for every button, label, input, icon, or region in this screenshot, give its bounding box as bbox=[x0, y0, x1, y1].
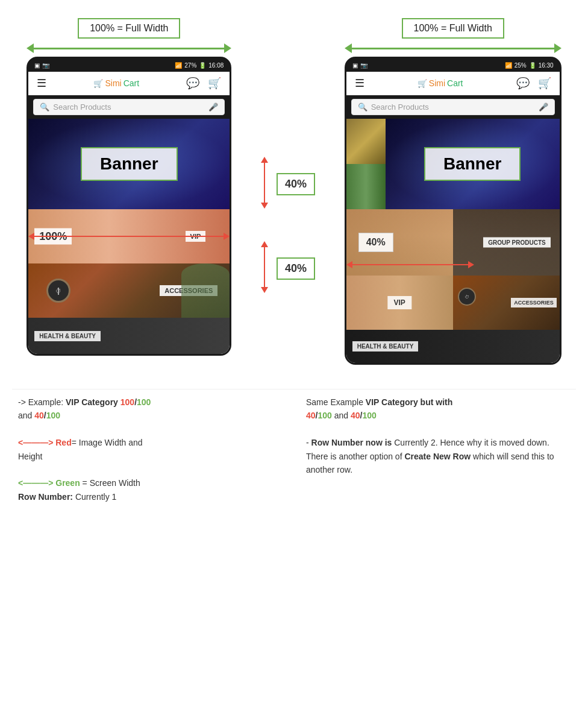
left-full-width-label: 100% = Full Width bbox=[78, 18, 180, 39]
bottom-right-create-new-row: Create New Row bbox=[404, 452, 471, 461]
bottom-left-row-number-line: Row Number: Currently 1 bbox=[18, 490, 282, 503]
left-cart-text: Cart bbox=[124, 78, 139, 88]
right-40pct-label-top: 40% bbox=[358, 233, 393, 252]
left-simicart-logo: 🛒 SimiCart bbox=[93, 78, 139, 88]
left-phone-wrapper: 100% = Full Width ▣ 📷 📶 27% bbox=[27, 18, 231, 356]
left-banner-text: Banner bbox=[100, 154, 158, 173]
bottom-right-prefix: Same Example bbox=[306, 397, 366, 407]
bottom-right-line1: Same Example VIP Category but with bbox=[306, 396, 570, 409]
right-watch-face: ⏱ bbox=[464, 294, 469, 300]
right-vip-label: VIP bbox=[388, 296, 411, 309]
right-thumb1-lamborghini bbox=[346, 119, 386, 164]
bottom-left-green-equals: = Screen Width bbox=[80, 478, 140, 488]
left-red-h-arrow bbox=[28, 233, 230, 240]
right-health-label: HEALTH & BEAUTY bbox=[352, 341, 419, 352]
right-battery-text: 25% bbox=[514, 62, 527, 69]
left-health-row: HEALTH & BEAUTY bbox=[28, 318, 230, 354]
right-green-arrow bbox=[345, 43, 561, 53]
right-search-bar[interactable]: 🔍 Search Products 🎤 bbox=[351, 99, 555, 115]
arrow-40pct-bottom-group: 40% bbox=[261, 241, 315, 295]
right-status-icon1: ▣ bbox=[352, 62, 358, 69]
left-cart-icon[interactable]: 🛒 bbox=[208, 77, 221, 90]
right-cart-logo-icon: 🛒 bbox=[418, 79, 427, 88]
left-cart-logo-icon: 🛒 bbox=[93, 79, 103, 88]
right-banner-text: Banner bbox=[443, 154, 501, 173]
bottom-left-40-red: 40 bbox=[34, 411, 44, 420]
bottom-arrow-head-top bbox=[261, 241, 268, 247]
left-phone-content: Banner 100% VIP bbox=[28, 119, 230, 354]
bottom-left-height-text: Height bbox=[18, 452, 42, 461]
right-green-arrow-head-right bbox=[554, 43, 561, 53]
left-search-icon: 🔍 bbox=[40, 102, 49, 112]
right-hamburger-icon[interactable]: ☰ bbox=[355, 77, 364, 90]
left-time: 16:08 bbox=[208, 62, 224, 69]
arrow-40pct-top-group: 40% bbox=[261, 157, 315, 211]
bottom-right-100b-green: 100 bbox=[362, 411, 376, 420]
top-arrow-head-top bbox=[261, 157, 268, 163]
left-health-bg: HEALTH & BEAUTY bbox=[28, 318, 230, 354]
right-app-header: ☰ 🛒 SimiCart 💬 🛒 bbox=[346, 72, 560, 95]
right-search-text: Search Products bbox=[371, 102, 429, 112]
left-green-arrow-head-right bbox=[224, 43, 231, 53]
bottom-section: -> Example: VIP Category 100/100 and 40/… bbox=[12, 389, 576, 509]
right-vip-left: VIP bbox=[346, 276, 453, 330]
left-status-icon1: ▣ bbox=[34, 62, 40, 69]
bottom-left-green-label: Green bbox=[55, 478, 80, 488]
bottom-left-100b-green: 100 bbox=[46, 411, 60, 420]
left-app-header: ☰ 🛒 SimiCart 💬 🛒 bbox=[28, 72, 230, 95]
right-group-products-row: 40% GROUP PRODUCTS bbox=[346, 209, 560, 276]
right-health-row: HEALTH & BEAUTY bbox=[346, 330, 560, 363]
left-battery-icon: 🔋 bbox=[199, 62, 206, 69]
left-status-icon2: 📷 bbox=[42, 62, 49, 69]
left-green-arrow-head-left bbox=[27, 43, 34, 53]
bottom-left-red-arrow-symbol: <———> bbox=[18, 438, 55, 447]
right-thumb-column bbox=[346, 119, 386, 209]
right-red-h-arrow-top bbox=[346, 261, 474, 268]
right-woman-bg: 40% GROUP PRODUCTS bbox=[346, 209, 560, 276]
bottom-left-line2: and 40/100 bbox=[18, 409, 282, 422]
bottom-right-100a-green: 100 bbox=[317, 411, 331, 420]
bottom-right-text: Same Example VIP Category but with 40/10… bbox=[306, 396, 570, 503]
left-accessories-bg: ⏱ ACCESSORIES bbox=[28, 263, 230, 318]
left-hamburger-icon[interactable]: ☰ bbox=[37, 77, 46, 90]
bottom-40pct-label: 40% bbox=[277, 257, 315, 280]
right-accessories-right: ⏱ ACCESSORIES bbox=[453, 276, 560, 330]
bottom-right-row-line: - Row Number now is Currently 2. Hence w… bbox=[306, 436, 570, 476]
top-arrow-head-bottom bbox=[261, 203, 268, 209]
right-chat-icon[interactable]: 💬 bbox=[516, 77, 530, 90]
right-status-right: 📶 25% 🔋 16:30 bbox=[505, 62, 554, 69]
left-status-bar: ▣ 📷 📶 27% 🔋 16:08 bbox=[28, 58, 230, 72]
bottom-vertical-arrow bbox=[261, 241, 268, 295]
left-red-h-head-left bbox=[28, 233, 34, 240]
right-wifi-icon: 📶 bbox=[505, 62, 512, 69]
bottom-arrow-head-bottom bbox=[261, 287, 268, 293]
bottom-left-100-red: 100 bbox=[120, 397, 134, 407]
left-battery-text: 27% bbox=[184, 62, 196, 69]
right-header-icons: 💬 🛒 bbox=[516, 77, 551, 90]
bottom-left-green-arrow-line: <———> Green = Screen Width bbox=[18, 476, 282, 490]
right-full-width-label: 100% = Full Width bbox=[402, 18, 504, 39]
left-chat-icon[interactable]: 💬 bbox=[186, 77, 199, 90]
right-status-icon2: 📷 bbox=[360, 62, 367, 69]
right-red-h-line bbox=[352, 264, 468, 265]
left-red-h-head-right bbox=[224, 233, 230, 240]
left-wifi-icon: 📶 bbox=[175, 62, 182, 69]
bottom-left-line1: -> Example: VIP Category 100/100 bbox=[18, 396, 282, 409]
right-group-products-label: GROUP PRODUCTS bbox=[483, 238, 550, 248]
right-simicart-logo: 🛒 SimiCart bbox=[418, 78, 463, 88]
left-banner-area: Banner bbox=[28, 119, 230, 209]
right-thumb2-road bbox=[346, 164, 386, 209]
bottom-left-and: and bbox=[18, 411, 34, 420]
left-mic-icon: 🎤 bbox=[208, 102, 218, 112]
right-cart-icon[interactable]: 🛒 bbox=[538, 77, 551, 90]
right-status-bar: ▣ 📷 📶 25% 🔋 16:30 bbox=[346, 58, 560, 72]
left-search-bar[interactable]: 🔍 Search Products 🎤 bbox=[33, 99, 225, 115]
top-40pct-label: 40% bbox=[277, 173, 315, 195]
phones-section: 100% = Full Width ▣ 📷 📶 27% bbox=[12, 12, 576, 365]
left-accessories-row: ⏱ ACCESSORIES bbox=[28, 263, 230, 318]
right-cart-text: Cart bbox=[447, 78, 463, 88]
left-status-left: ▣ 📷 bbox=[34, 62, 49, 69]
bottom-left-text: -> Example: VIP Category 100/100 and 40/… bbox=[18, 396, 282, 503]
bottom-left-red-arrow-line: <———> Red= Image Width and bbox=[18, 436, 282, 449]
left-phone-frame: ▣ 📷 📶 27% 🔋 16:08 ☰ 🛒 SimiCart bbox=[27, 57, 231, 356]
